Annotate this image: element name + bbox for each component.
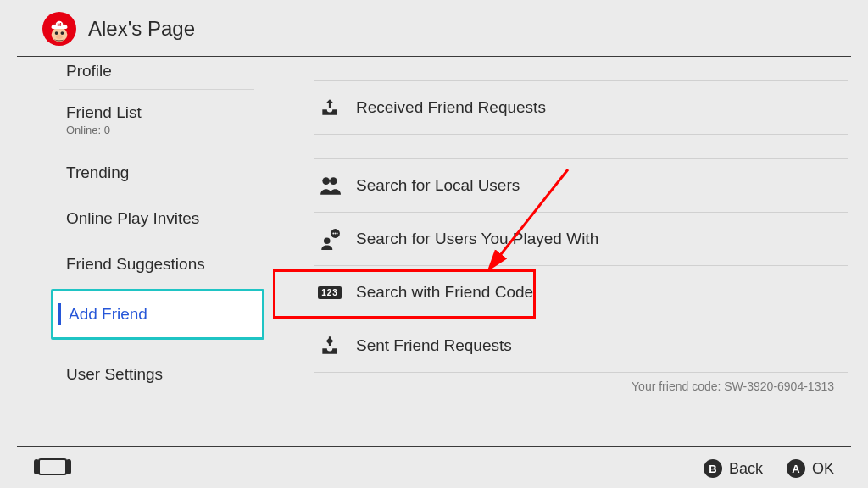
ok-label: OK [812, 460, 834, 478]
header: M Alex's Page [0, 0, 868, 56]
back-label: Back [729, 460, 763, 478]
svg-point-14 [337, 233, 338, 235]
a-button-icon: A [787, 459, 805, 478]
main-content: Received Friend Requests Search for Loca… [271, 57, 868, 446]
friend-code-text: Your friend code: SW-3920-6904-1313 [271, 373, 848, 393]
row-label: Search for Local Users [356, 176, 520, 195]
avatar[interactable]: M [42, 12, 76, 46]
row-search-played-with[interactable]: Search for Users You Played With [271, 213, 848, 265]
outbox-upload-icon [319, 335, 341, 357]
b-button-icon: B [704, 459, 722, 478]
row-search-local-users[interactable]: Search for Local Users [271, 159, 848, 212]
row-search-friend-code[interactable]: 123 Search with Friend Code [271, 266, 848, 319]
svg-point-7 [56, 35, 63, 39]
inbox-download-icon [319, 97, 341, 119]
two-users-icon [319, 175, 341, 197]
svg-rect-16 [39, 459, 66, 474]
sidebar-item-trending[interactable]: Trending [51, 150, 271, 196]
footer: B Back A OK [0, 447, 868, 480]
ok-button-hint[interactable]: A OK [787, 459, 834, 478]
row-label: Sent Friend Requests [356, 336, 512, 355]
sidebar-item-label: Friend List [66, 103, 254, 122]
svg-point-12 [332, 233, 334, 235]
sidebar-item-add-friend[interactable]: Add Friend [51, 289, 264, 340]
mario-avatar-icon: M [45, 14, 74, 43]
sidebar-item-label: Add Friend [53, 291, 262, 337]
row-received-friend-requests[interactable]: Received Friend Requests [271, 81, 848, 134]
sidebar-item-friend-list[interactable]: Friend List Online: 0 [51, 90, 271, 150]
sidebar-item-sublabel: Online: 0 [66, 124, 254, 136]
svg-rect-18 [66, 459, 71, 474]
page-title: Alex's Page [88, 17, 195, 41]
svg-point-6 [61, 31, 64, 35]
row-label: Search for Users You Played With [356, 230, 598, 248]
row-label: Received Friend Requests [356, 98, 546, 117]
svg-point-10 [324, 237, 331, 244]
sidebar-item-online-play-invites[interactable]: Online Play Invites [51, 196, 271, 241]
sidebar: Profile Friend List Online: 0 Trending O… [0, 57, 271, 446]
svg-point-8 [322, 177, 330, 185]
svg-text:M: M [58, 22, 62, 27]
sidebar-item-profile[interactable]: Profile [51, 57, 271, 89]
svg-point-5 [55, 31, 58, 35]
svg-point-9 [330, 177, 337, 185]
sidebar-item-user-settings[interactable]: User Settings [51, 352, 271, 397]
user-speech-icon [319, 228, 341, 250]
row-sent-friend-requests[interactable]: Sent Friend Requests [271, 319, 848, 372]
svg-point-13 [335, 233, 337, 235]
friend-code-icon: 123 [319, 281, 341, 303]
sidebar-item-friend-suggestions[interactable]: Friend Suggestions [51, 241, 271, 287]
console-icon[interactable] [34, 458, 71, 480]
back-button-hint[interactable]: B Back [704, 459, 763, 478]
svg-rect-17 [34, 459, 39, 474]
row-label: Search with Friend Code [356, 283, 533, 302]
